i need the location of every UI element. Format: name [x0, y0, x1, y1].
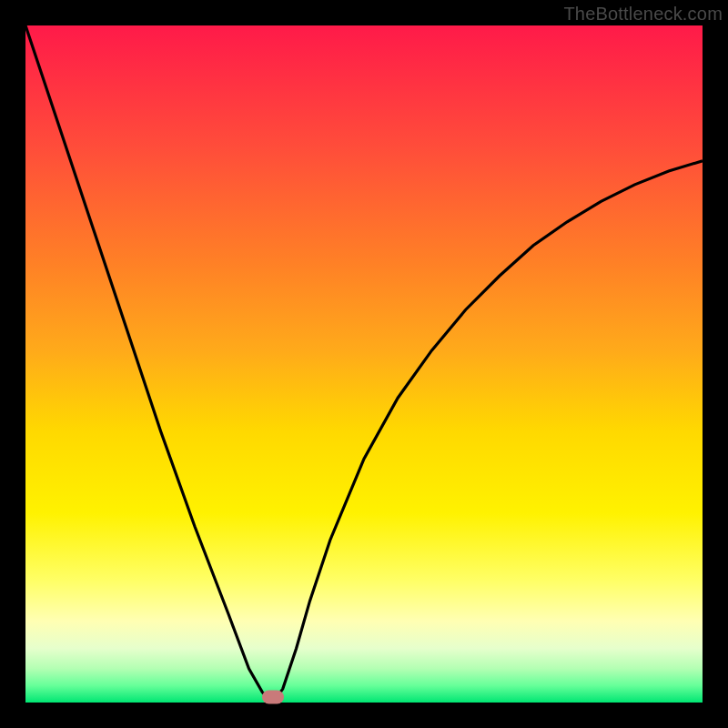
watermark-label: TheBottleneck.com [563, 4, 723, 25]
optimal-marker [262, 691, 284, 704]
chart-frame: TheBottleneck.com [0, 0, 728, 728]
plot-area [25, 25, 703, 703]
bottleneck-curve [25, 25, 703, 703]
